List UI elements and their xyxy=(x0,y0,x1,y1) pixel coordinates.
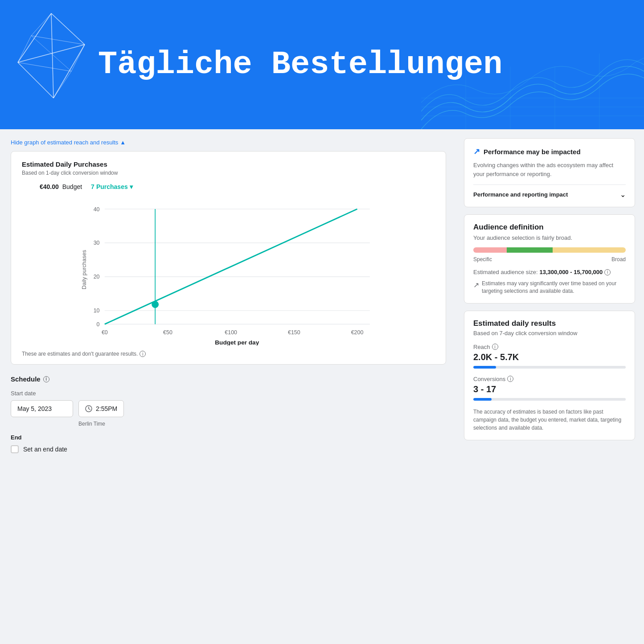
performance-icon: ↗ xyxy=(473,147,480,156)
performance-body: Evolving changes within the ads ecosyste… xyxy=(473,161,626,178)
end-label: End xyxy=(11,434,446,441)
reach-label-text: Reach xyxy=(473,344,490,350)
chart-title: Estimated Daily Purchases xyxy=(22,160,435,168)
audience-size-label: Estimated audience size: xyxy=(473,269,538,275)
main-layout: Hide graph of estimated reach and result… xyxy=(0,129,644,462)
conversions-info-icon[interactable]: i xyxy=(507,376,513,382)
date-time-row: May 5, 2023 2:55PM xyxy=(11,400,446,417)
chart-card: Estimated Daily Purchases Based on 1-day… xyxy=(11,151,446,365)
reach-label: Reach i xyxy=(473,344,626,350)
meter-label-specific: Specific xyxy=(473,256,492,263)
chart-footer-text: These are estimates and don't guarantee … xyxy=(22,351,138,357)
hide-graph-label: Hide graph of estimated reach and result… xyxy=(11,139,118,146)
purchases-dropdown[interactable]: 7 Purchases ▾ xyxy=(91,183,133,190)
accuracy-note: The accuracy of estimates is based on fa… xyxy=(473,408,626,432)
svg-line-6 xyxy=(31,13,51,36)
svg-text:10: 10 xyxy=(94,308,100,314)
start-date-value: May 5, 2023 xyxy=(17,405,52,412)
svg-text:20: 20 xyxy=(94,274,100,280)
estimates-icon: ↗ xyxy=(473,280,479,290)
start-time-input[interactable]: 2:55PM xyxy=(78,400,124,417)
daily-results-subtitle: Based on 7-day click conversion window xyxy=(473,330,626,336)
svg-line-37 xyxy=(105,209,357,324)
performance-header: ↗ Performance may be impacted xyxy=(473,147,626,156)
performance-link-row[interactable]: Performance and reporting impact ⌄ xyxy=(473,185,626,199)
right-panel: ↗ Performance may be impacted Evolving c… xyxy=(457,129,644,462)
svg-text:0: 0 xyxy=(97,321,100,328)
audience-size-value: 13,300,000 - 15,700,000 xyxy=(540,269,603,275)
budget-value: €40.00 xyxy=(40,183,59,190)
estimates-note-text: Estimates may vary significantly over ti… xyxy=(482,280,626,295)
end-date-checkbox[interactable] xyxy=(11,445,19,453)
performance-link-text: Performance and reporting impact xyxy=(473,191,568,198)
audience-card: Audience definition Your audience select… xyxy=(464,214,635,304)
reach-bar-fill xyxy=(473,366,496,369)
svg-line-4 xyxy=(18,62,53,98)
end-section: End Set an end date xyxy=(11,434,446,453)
timezone-label: Berlin Time xyxy=(78,421,446,427)
meter-label-broad: Broad xyxy=(611,256,626,263)
svg-text:€100: €100 xyxy=(225,329,237,336)
meter-labels: Specific Broad xyxy=(473,256,626,263)
geo-icon xyxy=(9,9,94,120)
chart-header-row: €40.00 Budget 7 Purchases ▾ xyxy=(22,183,435,190)
svg-text:€0: €0 xyxy=(102,329,108,336)
chevron-down-icon: ⌄ xyxy=(620,190,626,199)
svg-line-5 xyxy=(53,45,85,98)
daily-results-title: Estimated daily results xyxy=(473,319,626,328)
audience-title: Audience definition xyxy=(473,223,626,232)
budget-keyword: Budget xyxy=(62,183,82,190)
svg-text:€150: €150 xyxy=(288,329,300,336)
svg-text:30: 30 xyxy=(94,240,100,246)
audience-size-info-icon[interactable]: i xyxy=(604,269,611,275)
daily-results-card: Estimated daily results Based on 7-day c… xyxy=(464,311,635,440)
svg-text:€200: €200 xyxy=(351,329,364,336)
conversions-label: Conversions i xyxy=(473,376,626,382)
svg-text:€50: €50 xyxy=(163,329,172,336)
svg-text:Budget per day: Budget per day xyxy=(215,339,259,345)
chart-subtitle: Based on 1-day click conversion window xyxy=(22,170,435,176)
chart-svg: Daily purchases 40 30 20 10 0 €0 €50 xyxy=(22,194,435,345)
start-date-label: Start date xyxy=(11,390,446,397)
performance-card: ↗ Performance may be impacted Evolving c… xyxy=(464,138,635,207)
conversions-value: 3 - 17 xyxy=(473,384,626,394)
svg-line-9 xyxy=(71,45,85,71)
svg-point-39 xyxy=(152,301,159,308)
conversions-bar xyxy=(473,398,626,401)
purchases-value: 7 xyxy=(91,183,94,190)
svg-line-7 xyxy=(18,36,31,62)
reach-info-icon[interactable]: i xyxy=(492,344,498,350)
reach-bar xyxy=(473,366,626,369)
schedule-section: Schedule i Start date May 5, 2023 2:55PM xyxy=(11,375,446,453)
svg-line-2 xyxy=(51,13,53,98)
schedule-title: Schedule xyxy=(11,375,41,383)
schedule-info-icon[interactable]: i xyxy=(43,376,49,382)
svg-line-10 xyxy=(53,71,71,98)
chart-info-icon[interactable]: i xyxy=(139,351,146,357)
start-date-input[interactable]: May 5, 2023 xyxy=(11,400,73,417)
audience-size-row: Estimated audience size: 13,300,000 - 15… xyxy=(473,269,626,275)
clock-icon xyxy=(85,405,92,412)
performance-title: Performance may be impacted xyxy=(484,148,581,156)
audience-subtitle: Your audience selection is fairly broad. xyxy=(473,234,626,241)
chart-footer: These are estimates and don't guarantee … xyxy=(22,351,435,357)
estimates-note: ↗ Estimates may vary significantly over … xyxy=(473,280,626,295)
hide-graph-link[interactable]: Hide graph of estimated reach and result… xyxy=(11,139,126,146)
chevron-up-icon: ▲ xyxy=(120,139,126,146)
dropdown-arrow-icon: ▾ xyxy=(130,183,133,190)
chart-container: Daily purchases 40 30 20 10 0 €0 €50 xyxy=(22,194,435,345)
budget-label: €40.00 Budget xyxy=(40,183,82,190)
hero-banner: Tägliche Bestellungen xyxy=(0,0,644,129)
end-date-checkbox-label: Set an end date xyxy=(23,446,67,453)
conversions-label-text: Conversions xyxy=(473,376,505,382)
hero-title: Tägliche Bestellungen xyxy=(98,46,502,83)
left-panel: Hide graph of estimated reach and result… xyxy=(0,129,457,462)
schedule-label: Schedule i xyxy=(11,375,446,383)
svg-text:40: 40 xyxy=(94,206,100,213)
end-date-checkbox-row[interactable]: Set an end date xyxy=(11,445,446,453)
audience-meter xyxy=(473,247,626,253)
start-time-value: 2:55PM xyxy=(96,405,117,412)
svg-line-42 xyxy=(89,409,90,410)
reach-value: 2.0K - 5.7K xyxy=(473,352,626,362)
svg-line-12 xyxy=(31,36,71,71)
